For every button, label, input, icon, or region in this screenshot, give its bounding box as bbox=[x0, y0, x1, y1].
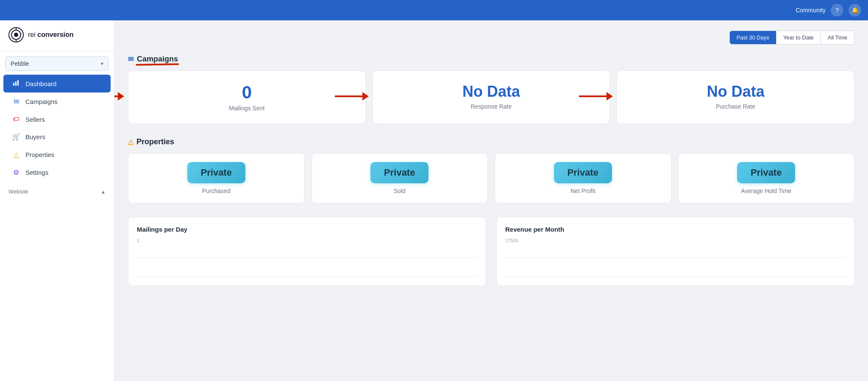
purchase-rate-card: No Data Purchase Rate bbox=[617, 70, 854, 124]
mailings-sent-card: 0 Mailings Sent bbox=[128, 70, 366, 124]
svg-marker-9 bbox=[118, 92, 124, 101]
sidebar-item-buyers[interactable]: 🛒 Buyers bbox=[3, 128, 111, 146]
svg-marker-11 bbox=[362, 92, 369, 101]
time-filter: Past 30 Days Year to Date All Time bbox=[128, 31, 854, 45]
hold-time-badge: Private bbox=[737, 162, 795, 183]
logo: rei conversion bbox=[0, 27, 114, 51]
purchased-badge: Private bbox=[187, 162, 245, 183]
sidebar-item-buyers-label: Buyers bbox=[25, 133, 45, 140]
workspace-name: Pebble bbox=[11, 60, 29, 67]
mail-icon: ✉ bbox=[12, 98, 20, 106]
properties-section-title: △ Properties bbox=[128, 137, 854, 146]
purchased-card: Private Purchased bbox=[128, 153, 305, 203]
cart-icon: 🛒 bbox=[12, 133, 20, 141]
svg-marker-13 bbox=[606, 92, 613, 101]
logo-light: rei bbox=[28, 31, 37, 38]
sold-badge: Private bbox=[370, 162, 428, 183]
sidebar-item-properties-label: Properties bbox=[25, 151, 54, 158]
main-content: Past 30 Days Year to Date All Time ✉ Cam… bbox=[114, 20, 868, 381]
mailings-chart-area bbox=[137, 243, 477, 277]
sidebar-item-dashboard-label: Dashboard bbox=[25, 80, 56, 87]
tag-icon: 🏷 bbox=[12, 115, 20, 123]
properties-triangle-icon: △ bbox=[128, 138, 133, 146]
mailings-per-day-chart: Mailings per Day 1 bbox=[128, 217, 486, 286]
svg-rect-6 bbox=[15, 81, 17, 86]
mailings-yaxis: 1 bbox=[137, 238, 477, 243]
help-button[interactable]: ? bbox=[831, 4, 843, 17]
campaigns-mail-icon: ✉ bbox=[128, 55, 134, 63]
time-filter-group: Past 30 Days Year to Date All Time bbox=[729, 31, 854, 45]
svg-rect-5 bbox=[13, 83, 14, 86]
hold-time-card: Private Average Hold Time bbox=[678, 153, 855, 203]
red-arrow-3 bbox=[579, 90, 613, 103]
sidebar-nav: Dashboard ✉ Campaigns 🏷 Sellers 🛒 Buyers… bbox=[0, 74, 114, 182]
campaigns-section-title: ✉ Campaigns bbox=[128, 55, 854, 64]
sidebar-item-dashboard[interactable]: Dashboard bbox=[3, 75, 111, 92]
sidebar-item-settings[interactable]: ⚙ Settings bbox=[3, 164, 111, 181]
sidebar: rei conversion Pebble ▾ Dashboard ✉ Camp… bbox=[0, 20, 114, 381]
net-profit-label: Net Profit bbox=[504, 188, 662, 194]
revenue-chart-area bbox=[505, 243, 846, 277]
svg-point-2 bbox=[14, 33, 18, 37]
response-rate-value: No Data bbox=[381, 83, 601, 101]
all-time-button[interactable]: All Time bbox=[821, 31, 854, 44]
red-arrow-1 bbox=[114, 90, 124, 103]
response-rate-label: Response Rate bbox=[381, 103, 601, 110]
website-chevron-icon: ▲ bbox=[101, 189, 106, 194]
revenue-per-month-title: Revenue per Month bbox=[505, 226, 846, 233]
net-profit-badge: Private bbox=[554, 162, 612, 183]
sidebar-item-campaigns[interactable]: ✉ Campaigns bbox=[3, 93, 111, 110]
sidebar-item-sellers-label: Sellers bbox=[25, 116, 45, 123]
purchase-rate-label: Purchase Rate bbox=[626, 103, 846, 110]
logo-bold: conversion bbox=[37, 31, 73, 38]
mailings-sent-label: Mailings Sent bbox=[137, 105, 357, 112]
chevron-down-icon: ▾ bbox=[101, 61, 103, 67]
purchased-label: Purchased bbox=[137, 188, 296, 194]
community-link[interactable]: Community bbox=[796, 7, 826, 14]
red-arrow-2 bbox=[335, 90, 369, 103]
logo-text: rei conversion bbox=[28, 31, 74, 39]
purchase-rate-value: No Data bbox=[626, 83, 846, 101]
sidebar-item-properties[interactable]: △ Properties bbox=[3, 146, 111, 163]
workspace-selector[interactable]: Pebble ▾ bbox=[5, 56, 109, 71]
bar-chart-icon bbox=[12, 79, 20, 88]
properties-title-text: Properties bbox=[136, 137, 174, 146]
year-to-date-button[interactable]: Year to Date bbox=[776, 31, 821, 44]
campaigns-cards: 0 Mailings Sent No Data Response Rate bbox=[128, 70, 854, 124]
main-layout: rei conversion Pebble ▾ Dashboard ✉ Camp… bbox=[0, 20, 868, 381]
campaigns-title-text: Campaigns bbox=[137, 55, 178, 64]
past-30-days-button[interactable]: Past 30 Days bbox=[730, 31, 776, 44]
website-section[interactable]: Website ▲ bbox=[0, 182, 114, 197]
logo-icon bbox=[8, 27, 24, 42]
sold-card: Private Sold bbox=[312, 153, 488, 203]
response-rate-card: No Data Response Rate bbox=[373, 70, 610, 124]
sold-label: Sold bbox=[320, 188, 479, 194]
revenue-per-month-chart: Revenue per Month 17500 bbox=[496, 217, 854, 286]
charts-grid: Mailings per Day 1 Revenue per Month 175… bbox=[128, 217, 854, 286]
svg-rect-7 bbox=[17, 80, 19, 86]
mailings-sent-value: 0 bbox=[137, 83, 357, 102]
gear-icon: ⚙ bbox=[12, 168, 20, 176]
sidebar-item-settings-label: Settings bbox=[25, 169, 48, 176]
sidebar-item-sellers[interactable]: 🏷 Sellers bbox=[3, 111, 111, 128]
properties-cards: Private Purchased Private Sold Private N… bbox=[128, 153, 854, 203]
triangle-icon: △ bbox=[12, 151, 20, 159]
hold-time-label: Average Hold Time bbox=[687, 188, 846, 194]
notifications-button[interactable]: 🔔 bbox=[849, 4, 861, 17]
net-profit-card: Private Net Profit bbox=[495, 153, 671, 203]
top-bar: Community ? 🔔 bbox=[0, 0, 868, 20]
revenue-yaxis: 17500 bbox=[505, 238, 846, 243]
mailings-per-day-title: Mailings per Day bbox=[137, 226, 477, 233]
sidebar-item-campaigns-label: Campaigns bbox=[25, 98, 58, 105]
